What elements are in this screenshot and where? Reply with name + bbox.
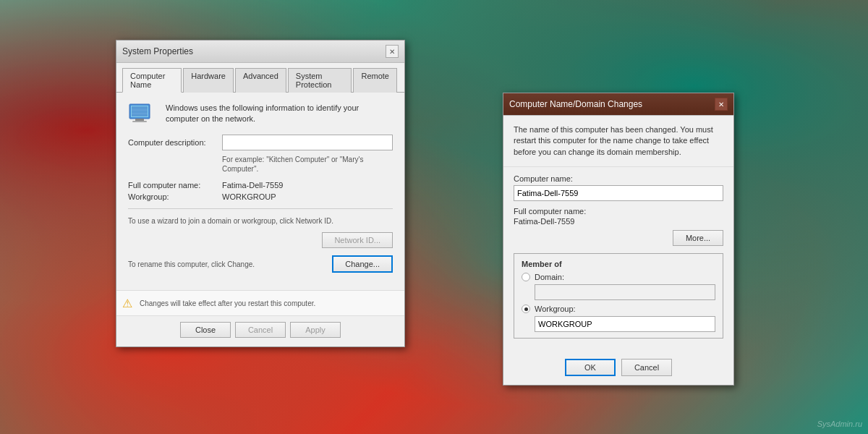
- system-properties-footer: Close Cancel Apply: [116, 315, 404, 346]
- domain-info-text: The name of this computer has been chang…: [503, 116, 733, 167]
- domain-changes-close-button[interactable]: ✕: [715, 98, 728, 111]
- tab-advanced[interactable]: Advanced: [235, 68, 286, 93]
- workgroup-value: WORKGROUP: [222, 192, 276, 201]
- change-button[interactable]: Change...: [332, 255, 393, 273]
- system-properties-tabs: Computer Name Hardware Advanced System P…: [116, 63, 404, 93]
- domain-changes-dialog: Computer Name/Domain Changes ✕ The name …: [503, 93, 734, 386]
- workgroup-radio-label: Workgroup:: [535, 305, 576, 313]
- workgroup-row: Workgroup: WORKGROUP: [128, 192, 393, 201]
- watermark: SysAdmin.ru: [817, 420, 862, 428]
- computer-icon: [128, 103, 157, 126]
- workgroup-radio[interactable]: [522, 305, 530, 313]
- tab-system-protection[interactable]: System Protection: [288, 68, 352, 93]
- domain-footer: OK Cancel: [503, 353, 733, 385]
- system-properties-content: Windows uses the following information t…: [116, 93, 404, 290]
- warning-text: Changes will take effect after you resta…: [140, 299, 315, 307]
- description-row: Computer description:: [128, 135, 393, 150]
- system-properties-close-button[interactable]: ✕: [386, 45, 399, 58]
- member-of-title: Member of: [522, 260, 715, 268]
- more-button[interactable]: More...: [673, 230, 723, 246]
- network-id-button[interactable]: Network ID...: [322, 232, 393, 248]
- rename-row: To rename this computer, click Change. C…: [128, 255, 393, 273]
- tab-computer-name[interactable]: Computer Name: [122, 68, 182, 93]
- svg-rect-3: [132, 121, 147, 122]
- close-button[interactable]: Close: [180, 322, 231, 338]
- full-name-value: Fatima-Dell-7559: [222, 181, 283, 190]
- workgroup-label: Workgroup:: [128, 192, 222, 201]
- description-input[interactable]: [222, 135, 393, 150]
- domain-radio-label: Domain:: [535, 273, 564, 281]
- rename-text: To rename this computer, click Change.: [128, 260, 332, 268]
- workgroup-input[interactable]: [535, 316, 715, 332]
- ok-button[interactable]: OK: [565, 359, 616, 376]
- svg-rect-2: [135, 119, 144, 121]
- computer-name-field[interactable]: [514, 185, 723, 201]
- full-name-row: Full computer name: Fatima-Dell-7559: [128, 181, 393, 190]
- description-hint: For example: "Kitchen Computer" or "Mary…: [222, 155, 393, 174]
- warning-row: ⚠ Changes will take effect after you res…: [116, 290, 404, 315]
- tab-remote[interactable]: Remote: [353, 68, 397, 93]
- domain-radio[interactable]: [522, 273, 530, 281]
- full-name-field-value: Fatima-Dell-7559: [514, 217, 723, 226]
- tab-hardware[interactable]: Hardware: [183, 68, 234, 93]
- full-name-field-label: Full computer name:: [514, 207, 723, 216]
- svg-rect-4: [132, 106, 148, 116]
- cancel-button[interactable]: Cancel: [235, 322, 286, 338]
- warning-icon: ⚠: [122, 297, 135, 310]
- domain-changes-titlebar: Computer Name/Domain Changes ✕: [503, 93, 733, 116]
- more-btn-row: More...: [514, 230, 723, 246]
- full-name-label: Full computer name:: [128, 181, 222, 190]
- separator-1: [128, 208, 393, 209]
- domain-input[interactable]: [535, 284, 715, 300]
- system-properties-title: System Properties: [122, 46, 193, 56]
- domain-cancel-button[interactable]: Cancel: [621, 359, 672, 376]
- member-of-group: Member of Domain: Workgroup:: [514, 253, 723, 339]
- apply-button[interactable]: Apply: [290, 322, 341, 338]
- workgroup-radio-row: Workgroup:: [522, 305, 715, 313]
- description-label: Computer description:: [128, 138, 222, 147]
- domain-content: Computer name: Full computer name: Fatim…: [503, 167, 733, 353]
- domain-radio-row: Domain:: [522, 273, 715, 281]
- domain-changes-title: Computer Name/Domain Changes: [509, 99, 642, 109]
- system-properties-dialog: System Properties ✕ Computer Name Hardwa…: [116, 40, 405, 347]
- computer-info-row: Windows uses the following information t…: [128, 103, 393, 126]
- system-properties-titlebar: System Properties ✕: [116, 41, 404, 63]
- wizard-row: Network ID...: [128, 232, 393, 248]
- wizard-text: To use a wizard to join a domain or work…: [128, 216, 393, 226]
- computer-info-text: Windows uses the following information t…: [166, 103, 393, 125]
- computer-name-field-label: Computer name:: [514, 174, 723, 183]
